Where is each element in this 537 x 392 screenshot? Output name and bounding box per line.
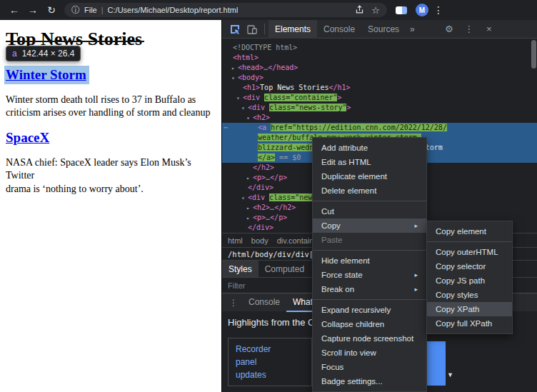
dom-tree-row[interactable]: ▾<body> [222, 73, 537, 83]
share-icon[interactable] [355, 5, 364, 16]
twisty-icon[interactable]: ▸ [231, 64, 238, 74]
context-menu-item-scroll-into-view[interactable]: Scroll into view [313, 346, 426, 360]
twisty-icon[interactable]: ▾ [241, 104, 248, 114]
bookmark-star-icon[interactable]: ☆ [371, 5, 380, 16]
story-summary: NASA chief: SpaceX leader says Elon Musk… [6, 156, 218, 196]
copy-submenu-item-copy-full-xpath[interactable]: Copy full XPath [427, 316, 512, 331]
context-menu-item-collapse-children[interactable]: Collapse children [313, 317, 426, 331]
url-separator: | [101, 6, 104, 14]
more-actions-icon: ⋯ [224, 123, 227, 133]
context-menu-item-hide-element[interactable]: Hide element [313, 253, 426, 268]
tab-split-icon[interactable] [396, 6, 407, 14]
context-menu-item-delete-element[interactable]: Delete element [313, 184, 426, 198]
copy-submenu-item-copy-selector[interactable]: Copy selector [427, 259, 512, 273]
twisty-icon[interactable]: ▾ [236, 94, 243, 104]
url-text: C:/Users/Michael/Desktop/report.html [108, 6, 239, 14]
dom-tree-row[interactable]: <!DOCTYPE html> [222, 43, 537, 53]
device-toolbar-icon[interactable] [244, 21, 261, 38]
devtools-tab-sources[interactable]: Sources [361, 20, 406, 39]
copy-submenu-item-copy-styles[interactable]: Copy styles [427, 288, 512, 302]
breadcrumb-body[interactable]: body [251, 236, 268, 245]
menu-separator [313, 299, 426, 300]
browser-toolbar: ← → ↻ ⓘ File | C:/Users/Michael/Desktop/… [0, 0, 537, 20]
elements-scrollbar[interactable] [531, 39, 536, 233]
context-menu-item-copy[interactable]: Copy▸ [313, 218, 426, 233]
url-scheme: File [84, 6, 97, 14]
twisty-icon[interactable]: ▸ [246, 174, 253, 184]
inspect-element-icon[interactable] [226, 21, 244, 38]
page-content: Top News Stories Winter Storm Winter sto… [0, 20, 222, 392]
context-menu-item-force-state[interactable]: Force state▸ [313, 268, 426, 282]
inspect-tooltip: a 142.44 × 26.4 [6, 46, 81, 61]
context-menu-item-edit-as-html[interactable]: Edit as HTML [313, 155, 426, 169]
devtools-tab-console[interactable]: Console [317, 20, 361, 39]
address-bar[interactable]: ⓘ File | C:/Users/Michael/Desktop/report… [64, 3, 387, 17]
forward-icon[interactable]: → [24, 2, 41, 18]
copy-submenu-item-copy-js-path[interactable]: Copy JS path [427, 273, 512, 288]
copy-submenu-item-copy-element[interactable]: Copy element [427, 224, 512, 238]
dom-tree-row[interactable]: ▾<div class="container"> [222, 93, 537, 103]
scroll-down-icon[interactable]: ▼ [447, 371, 453, 378]
devtools-menu-icon[interactable]: ⋮ [461, 21, 478, 38]
settings-gear-icon[interactable]: ⚙ [441, 21, 458, 38]
winter-storm-link[interactable]: Winter Storm [6, 67, 86, 82]
tooltip-element-tag: a [12, 49, 17, 59]
styles-tab-computed[interactable]: Computed [259, 261, 311, 278]
twisty-icon[interactable]: ▾ [231, 74, 238, 84]
dom-tree-row[interactable]: <html> [222, 53, 537, 63]
whats-new-card[interactable]: Recorderpanelupdates [228, 338, 312, 386]
context-menu-item-add-attribute[interactable]: Add attribute [313, 141, 426, 155]
menu-separator [313, 250, 426, 251]
dom-tree-row[interactable]: <a href="https://edition.cnn.com/2022/12… [222, 123, 537, 133]
context-menu-item-cut[interactable]: Cut [313, 204, 426, 218]
twisty-icon[interactable]: ▸ [246, 213, 253, 223]
twisty-icon[interactable]: ▾ [241, 194, 248, 203]
dom-tree-row[interactable]: ▸<head>…</head> [222, 63, 537, 73]
menu-separator [427, 241, 512, 242]
menu-separator [313, 201, 426, 201]
whats-new-link-line[interactable]: panel [236, 356, 304, 368]
context-menu-item-expand-recursively[interactable]: Expand recursively [313, 303, 426, 317]
dom-tree-row[interactable]: ▾<div class="news-story"> [222, 103, 537, 113]
story-link-spacex[interactable]: SpaceX [6, 130, 218, 146]
context-menu-item-paste[interactable]: Paste [313, 233, 426, 247]
tooltip-dimensions: 142.44 × 26.4 [22, 49, 75, 59]
submenu-arrow-icon: ▸ [414, 286, 418, 293]
devtools-toolbar: ElementsConsoleSources » ⚙ ⋮ × [222, 20, 537, 39]
reload-icon[interactable]: ↻ [43, 2, 60, 18]
drawer-more-tools-icon[interactable]: ⋮ [225, 294, 242, 311]
spacex-link[interactable]: SpaceX [6, 130, 49, 145]
styles-tab-styles[interactable]: Styles [222, 261, 259, 278]
copy-submenu-item-copy-outerhtml[interactable]: Copy outerHTML [427, 245, 512, 259]
devtools-close-icon[interactable]: × [481, 21, 498, 38]
profile-avatar[interactable]: M [416, 4, 428, 16]
story-summary: Winter storm death toll rises to 37 in B… [6, 94, 218, 120]
whats-new-link-line[interactable]: Recorder [236, 343, 304, 356]
info-icon[interactable]: ⓘ [71, 4, 80, 16]
copy-submenu-item-copy-xpath[interactable]: Copy XPath [427, 302, 512, 316]
context-menu-item-duplicate-element[interactable]: Duplicate element [313, 169, 426, 184]
inspect-highlight-overlay: Winter Storm [4, 66, 89, 84]
context-menu-item-focus[interactable]: Focus [313, 360, 426, 374]
breadcrumb-html[interactable]: html [228, 236, 243, 245]
more-tabs-icon[interactable]: » [406, 24, 419, 34]
scrollbar-thumb[interactable] [531, 40, 536, 69]
whats-new-link-line[interactable]: updates [236, 368, 304, 381]
dom-tree-row[interactable]: ▾<h2> [222, 113, 537, 123]
back-icon[interactable]: ← [6, 2, 23, 18]
twisty-icon[interactable]: ▸ [246, 203, 253, 213]
filter-placeholder: Filter [228, 281, 245, 290]
context-menu: Add attributeEdit as HTMLDuplicate eleme… [312, 137, 427, 392]
drawer-tab-console[interactable]: Console [242, 293, 286, 312]
submenu-arrow-icon: ▸ [414, 271, 418, 278]
story-link-winter-storm[interactable]: Winter Storm [6, 67, 218, 83]
submenu-arrow-icon: ▸ [414, 222, 418, 229]
context-menu-item-capture-node-screenshot[interactable]: Capture node screenshot [313, 331, 426, 346]
browser-menu-icon[interactable]: ⋮ [430, 2, 447, 18]
devtools-controls: ⚙ ⋮ × [441, 21, 498, 38]
context-menu-item-badge-settings[interactable]: Badge settings... [313, 374, 426, 388]
dom-tree-row[interactable]: <h1>Top News Stories</h1> [222, 83, 537, 93]
context-menu-item-break-on[interactable]: Break on▸ [313, 282, 426, 296]
twisty-icon[interactable]: ▾ [246, 114, 253, 124]
devtools-tab-elements[interactable]: Elements [268, 20, 317, 39]
